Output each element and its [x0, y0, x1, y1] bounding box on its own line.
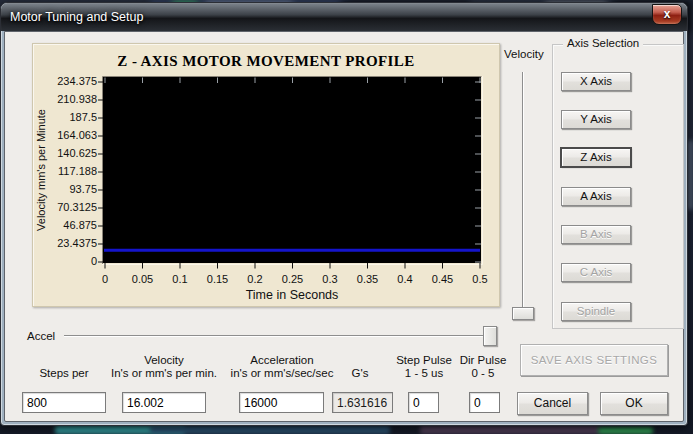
axis-button-y[interactable]: Y Axis	[561, 110, 631, 129]
y-tick-label: 187.5	[40, 111, 97, 123]
screen: +0.0000 0.00 Motor Tuning and Setup x Z …	[0, 0, 693, 434]
y-tick-label: 117.188	[40, 165, 97, 177]
cancel-button[interactable]: Cancel	[517, 392, 588, 415]
dir-pulse-label-line1: Dir Pulse	[443, 354, 523, 367]
axis-button-b: B Axis	[561, 225, 631, 244]
x-tick-label: 0.5	[458, 273, 502, 285]
y-tick-label: 234.375	[40, 75, 97, 87]
axis-button-spindle: Spindle	[561, 302, 631, 321]
ok-button[interactable]: OK	[600, 392, 668, 415]
y-tick-label: 0	[40, 255, 97, 267]
step-pulse-input[interactable]	[408, 392, 439, 413]
axis-button-c: C Axis	[561, 263, 631, 282]
accel-slider-label: Accel	[27, 330, 55, 342]
x-axis-title: Time in Seconds	[192, 288, 392, 302]
motor-profile-plot	[95, 73, 487, 269]
axis-button-z[interactable]: Z Axis	[561, 148, 631, 167]
dir-pulse-label-line2: 0 - 5	[443, 367, 523, 380]
velocity-slider-track[interactable]	[522, 72, 524, 309]
steps-per-label: Steps per	[20, 367, 108, 380]
gs-label: G's	[332, 367, 388, 380]
velocity-field-label-line1: Velocity	[104, 354, 224, 367]
accel-slider-thumb[interactable]	[483, 326, 497, 346]
axis-button-x[interactable]: X Axis	[561, 72, 631, 91]
y-tick-label: 140.625	[40, 147, 97, 159]
dir-pulse-input[interactable]	[469, 392, 500, 413]
acceleration-field-label: Acceleration in's or mm's/sec/sec	[222, 354, 342, 380]
accel-slider-track[interactable]	[64, 335, 484, 337]
acceleration-field-label-line1: Acceleration	[222, 354, 342, 367]
chart-title: Z - AXIS MOTOR MOVEMENT PROFILE	[32, 53, 500, 70]
y-tick-label: 93.75	[40, 183, 97, 195]
y-tick-label: 46.875	[40, 219, 97, 231]
y-tick-label: 23.4375	[40, 237, 97, 249]
velocity-field-label: Velocity In's or mm's per min.	[104, 354, 224, 380]
axis-selection-legend: Axis Selection	[563, 37, 643, 49]
steps-per-input[interactable]	[22, 392, 106, 413]
axis-button-a[interactable]: A Axis	[561, 187, 631, 206]
y-tick-label: 210.938	[40, 93, 97, 105]
y-tick-label: 70.3125	[40, 201, 97, 213]
gs-readout	[332, 392, 393, 413]
save-axis-settings-button: SAVE AXIS SETTINGS	[520, 344, 668, 376]
dir-pulse-label: Dir Pulse 0 - 5	[443, 354, 523, 380]
acceleration-field-label-line2: in's or mm's/sec/sec	[222, 367, 342, 380]
velocity-field-label-line2: In's or mm's per min.	[104, 367, 224, 380]
y-tick-label: 164.063	[40, 129, 97, 141]
acceleration-input[interactable]	[239, 392, 324, 413]
velocity-slider-thumb[interactable]	[512, 307, 534, 320]
velocity-input[interactable]	[122, 392, 206, 413]
velocity-slider-label: Velocity	[504, 48, 544, 60]
